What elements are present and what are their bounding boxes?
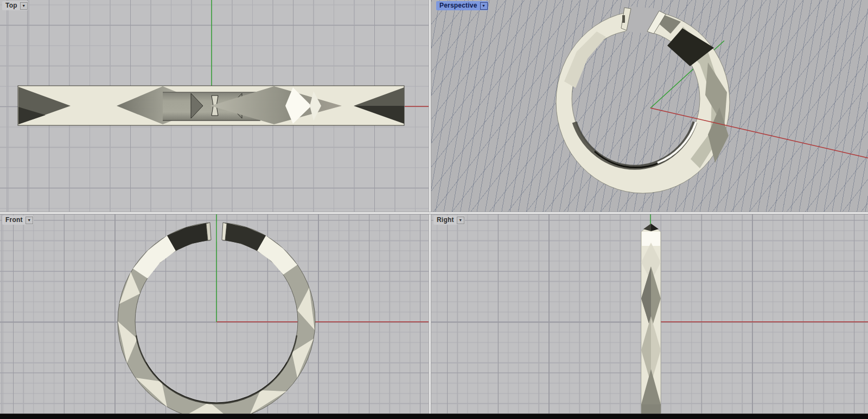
cad-four-view-workspace: Top ▼	[0, 0, 868, 419]
viewport-title[interactable]: Perspective	[436, 2, 480, 10]
viewport-top[interactable]: Top ▼	[0, 0, 429, 212]
viewport-tab-right[interactable]: Right ▼	[433, 215, 465, 225]
chevron-down-icon[interactable]: ▼	[457, 217, 464, 224]
viewport-title[interactable]: Top	[2, 2, 20, 10]
bottom-bar	[0, 414, 868, 419]
ring-model-right[interactable]	[641, 224, 661, 414]
viewport-splitter-horizontal[interactable]	[0, 212, 868, 214]
chevron-down-icon[interactable]: ▼	[20, 2, 28, 10]
viewport-tab-perspective[interactable]: Perspective ▼	[436, 1, 488, 10]
chevron-down-icon[interactable]: ▼	[480, 2, 488, 10]
viewport-title[interactable]: Front	[2, 216, 25, 224]
viewport-right[interactable]: Right ▼	[431, 214, 868, 414]
perspective-view-drawing	[431, 0, 868, 212]
viewport-tab-front[interactable]: Front ▼	[2, 215, 34, 225]
viewport-splitter-vertical[interactable]	[429, 0, 431, 414]
viewport-tab-top[interactable]: Top ▼	[2, 1, 28, 10]
top-view-drawing	[0, 0, 429, 212]
front-view-drawing	[0, 214, 429, 414]
ring-model-perspective[interactable]	[556, 7, 730, 193]
ring-model-top[interactable]	[18, 86, 404, 125]
chevron-down-icon[interactable]: ▼	[25, 217, 33, 224]
viewport-front[interactable]: Front ▼	[0, 214, 429, 414]
viewport-title[interactable]: Right	[433, 216, 457, 224]
right-view-drawing	[431, 214, 868, 414]
viewport-perspective[interactable]: Perspective ▼	[431, 0, 868, 212]
